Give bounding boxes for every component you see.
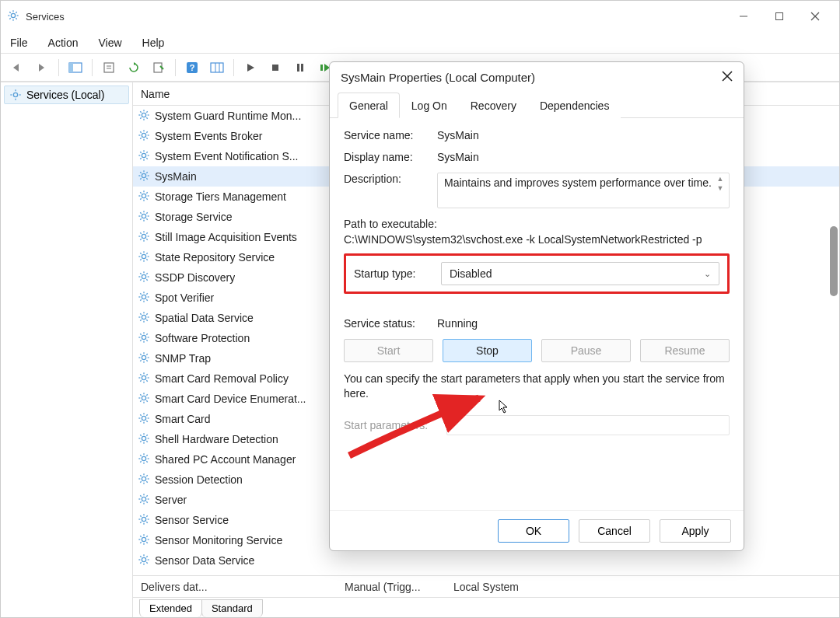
help-icon[interactable]: ? <box>182 58 202 78</box>
svg-point-213 <box>142 517 145 521</box>
svg-point-0 <box>11 13 15 17</box>
scrollbar-thumb[interactable] <box>830 226 838 296</box>
tab-dependencies[interactable]: Dependencies <box>528 93 621 118</box>
services-app-icon <box>7 9 21 23</box>
start-params-hint: You can specify the start parameters tha… <box>344 372 730 401</box>
tab-recovery[interactable]: Recovery <box>459 93 528 118</box>
svg-line-228 <box>146 542 147 543</box>
svg-line-158 <box>146 374 147 375</box>
list-item-label: Sensor Data Service <box>155 554 254 567</box>
svg-line-140 <box>146 333 147 334</box>
minimize-button[interactable] <box>726 1 761 32</box>
svg-line-67 <box>140 178 141 179</box>
label-service-status: Service status: <box>344 317 437 330</box>
show-hide-tree-icon[interactable] <box>65 58 86 78</box>
gear-icon <box>138 169 150 184</box>
svg-line-40 <box>140 117 141 118</box>
svg-line-5 <box>9 12 10 12</box>
value-service-status: Running <box>437 317 730 330</box>
forward-icon[interactable] <box>32 58 52 78</box>
startup-type-dropdown[interactable]: Disabled ⌄ <box>441 262 719 285</box>
columns-icon[interactable] <box>207 58 227 78</box>
ok-button[interactable]: OK <box>498 519 569 543</box>
svg-line-148 <box>140 360 141 361</box>
gear-icon <box>138 513 150 528</box>
tab-general[interactable]: General <box>338 93 400 118</box>
menu-help[interactable]: Help <box>142 37 165 49</box>
close-button[interactable] <box>797 1 833 32</box>
svg-line-176 <box>146 414 147 415</box>
cursor-icon <box>499 400 511 415</box>
svg-rect-10 <box>776 13 783 20</box>
gear-icon <box>138 331 150 346</box>
svg-line-237 <box>146 562 147 563</box>
svg-line-167 <box>146 394 147 395</box>
list-item-label: SysMain <box>155 170 197 183</box>
list-item-label: Spatial Data Service <box>155 312 254 324</box>
dialog-close-button[interactable] <box>722 69 733 86</box>
svg-line-221 <box>146 515 147 516</box>
svg-line-48 <box>146 138 147 138</box>
maximize-button[interactable] <box>761 1 797 32</box>
svg-line-85 <box>140 218 141 219</box>
svg-line-212 <box>146 495 147 496</box>
svg-line-147 <box>146 360 147 361</box>
svg-point-195 <box>142 477 145 480</box>
svg-line-120 <box>146 299 147 300</box>
svg-line-218 <box>140 515 141 516</box>
properties-icon[interactable] <box>149 58 169 78</box>
list-item[interactable]: Sensor Data Service <box>133 550 839 571</box>
list-item-label: SNMP Trap <box>155 352 211 365</box>
gear-icon <box>138 271 150 285</box>
svg-line-101 <box>140 253 141 253</box>
scrollbar[interactable] <box>828 94 838 578</box>
svg-rect-24 <box>272 65 278 71</box>
svg-line-239 <box>146 556 147 557</box>
apply-button[interactable]: Apply <box>660 519 731 543</box>
gear-icon <box>138 291 150 306</box>
tab-standard[interactable]: Standard <box>201 599 263 617</box>
svg-line-164 <box>140 394 141 395</box>
back-icon[interactable] <box>7 58 27 78</box>
menu-view[interactable]: View <box>98 37 121 49</box>
cancel-button[interactable]: Cancel <box>579 519 650 543</box>
refresh-icon[interactable] <box>124 58 144 78</box>
svg-line-201 <box>146 481 147 482</box>
svg-line-184 <box>140 441 141 442</box>
svg-line-56 <box>140 152 141 152</box>
stop-service-icon[interactable] <box>265 58 285 78</box>
list-item-label: Session Detection <box>155 473 243 486</box>
svg-line-165 <box>146 400 147 401</box>
services-window: Services File Action View Help ? <box>0 0 840 618</box>
svg-line-200 <box>140 475 141 476</box>
menu-action[interactable]: Action <box>48 37 79 49</box>
pause-service-icon[interactable] <box>290 58 310 78</box>
svg-rect-15 <box>104 63 114 72</box>
tab-logon[interactable]: Log On <box>400 93 459 118</box>
svg-line-149 <box>146 354 147 354</box>
svg-line-230 <box>146 536 147 536</box>
status-description: Delivers dat... <box>141 581 345 593</box>
svg-line-102 <box>146 259 147 260</box>
value-service-name: SysMain <box>437 129 730 141</box>
status-startup: Manual (Trigg... <box>345 581 453 593</box>
svg-line-39 <box>146 117 147 118</box>
gear-icon <box>138 493 150 508</box>
start-service-icon[interactable] <box>240 58 261 78</box>
value-description: Maintains and improves system performanc… <box>444 176 712 189</box>
svg-line-86 <box>146 212 147 213</box>
svg-line-155 <box>140 374 141 375</box>
export-list-icon[interactable] <box>99 58 119 78</box>
tree-item-services-local[interactable]: Services (Local) <box>4 86 129 104</box>
description-spinner[interactable]: ▲▼ <box>715 175 726 192</box>
menu-file[interactable]: File <box>10 37 28 49</box>
svg-line-49 <box>140 138 141 138</box>
svg-line-191 <box>140 455 141 456</box>
description-box[interactable]: Maintains and improves system performanc… <box>437 173 730 208</box>
gear-icon <box>138 190 150 204</box>
tab-extended[interactable]: Extended <box>139 599 202 617</box>
svg-point-168 <box>142 416 145 420</box>
stop-button[interactable]: Stop <box>443 339 532 362</box>
svg-line-94 <box>140 239 141 239</box>
svg-point-69 <box>142 194 145 197</box>
